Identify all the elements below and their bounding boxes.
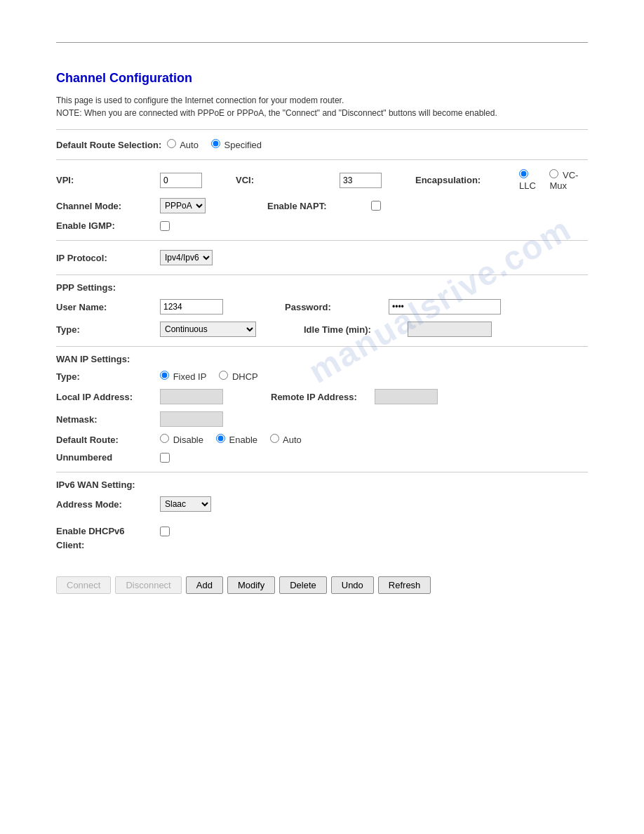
- ip-protocol-row: IP Protocol: Ipv4/Ipv6 IPv4 IPv6: [56, 246, 588, 269]
- divider-1: [56, 129, 588, 130]
- remote-ip-input[interactable]: [375, 389, 438, 404]
- vci-input[interactable]: [340, 173, 382, 188]
- netmask-label: Netmask:: [56, 414, 154, 425]
- username-input[interactable]: [160, 299, 223, 315]
- default-route-wan-row: Default Route: Disable Enable Auto: [56, 430, 588, 449]
- ppp-settings-header: PPP Settings:: [56, 282, 588, 293]
- wan-type-row: Type: Fixed IP DHCP: [56, 367, 588, 385]
- channel-mode-select[interactable]: PPPoA PPPoE IPoA Bridge: [160, 198, 206, 213]
- divider-3: [56, 240, 588, 241]
- unnumbered-label: Unnumbered: [56, 452, 154, 463]
- vci-label: VCI:: [236, 175, 334, 185]
- ppp-username-row: User Name: Password:: [56, 296, 588, 318]
- encapsulation-group: LLC VC-Mux: [519, 169, 588, 191]
- divider-4: [56, 274, 588, 275]
- unnumbered-row: Unnumbered: [56, 449, 588, 466]
- auto-radio[interactable]: [167, 139, 176, 148]
- dr-enable-label[interactable]: Enable: [216, 434, 257, 445]
- disconnect-button[interactable]: Disconnect: [115, 576, 181, 594]
- enable-igmp-row: Enable IGMP:: [56, 217, 588, 234]
- username-label: User Name:: [56, 302, 154, 312]
- top-divider: [56, 42, 588, 43]
- divider-5: [56, 346, 588, 347]
- button-row: Connect Disconnect Add Modify Delete Und…: [56, 576, 588, 594]
- dr-enable-radio[interactable]: [216, 434, 225, 443]
- unnumbered-checkbox[interactable]: [160, 453, 170, 463]
- channel-mode-label: Channel Mode:: [56, 201, 154, 211]
- fixed-ip-radio-label[interactable]: Fixed IP: [160, 371, 206, 382]
- netmask-input[interactable]: [160, 411, 223, 427]
- wan-ip-header: WAN IP Settings:: [56, 354, 588, 364]
- specified-radio[interactable]: [211, 139, 220, 148]
- dr-auto-radio[interactable]: [270, 434, 279, 443]
- address-mode-row: Address Mode: Slaac DHCPv6 Static: [56, 493, 588, 515]
- vcmux-radio-label[interactable]: VC-Mux: [549, 169, 588, 191]
- local-ip-label: Local IP Address:: [56, 392, 154, 402]
- remote-ip-label: Remote IP Address:: [271, 392, 369, 402]
- ip-protocol-select[interactable]: Ipv4/Ipv6 IPv4 IPv6: [160, 250, 213, 265]
- local-ip-row: Local IP Address: Remote IP Address:: [56, 385, 588, 408]
- delete-button[interactable]: Delete: [279, 576, 327, 594]
- ppp-type-row: Type: Continuous Connect on Demand Manua…: [56, 318, 588, 340]
- llc-radio-label[interactable]: LLC: [519, 169, 544, 191]
- wan-type-label: Type:: [56, 371, 154, 382]
- ppp-type-label: Type:: [56, 324, 154, 335]
- dhcpv6-checkbox[interactable]: [160, 527, 170, 536]
- dr-auto-label[interactable]: Auto: [270, 434, 302, 445]
- modify-button[interactable]: Modify: [227, 576, 275, 594]
- password-label: Password:: [285, 302, 383, 312]
- dhcpv6-label: Enable DHCPv6 Client:: [56, 524, 154, 552]
- refresh-button[interactable]: Refresh: [378, 576, 431, 594]
- divider-2: [56, 159, 588, 160]
- fixed-ip-radio[interactable]: [160, 371, 169, 380]
- address-mode-label: Address Mode:: [56, 499, 154, 510]
- idle-time-input[interactable]: [408, 322, 492, 337]
- enable-napt-checkbox[interactable]: [371, 201, 381, 211]
- default-route-label: Default Route Selection:: [56, 140, 161, 150]
- ppp-type-select[interactable]: Continuous Connect on Demand Manual: [160, 322, 256, 337]
- enable-igmp-label: Enable IGMP:: [56, 220, 154, 231]
- vpi-input[interactable]: [160, 173, 202, 188]
- default-route-wan-label: Default Route:: [56, 435, 154, 445]
- encapsulation-label: Encapsulation:: [415, 175, 514, 185]
- address-mode-select[interactable]: Slaac DHCPv6 Static: [160, 496, 211, 512]
- connect-button[interactable]: Connect: [56, 576, 111, 594]
- netmask-row: Netmask:: [56, 408, 588, 430]
- dhcpv6-row: Enable DHCPv6 Client:: [56, 521, 588, 555]
- divider-6: [56, 472, 588, 472]
- default-route-row: Default Route Selection: Auto Specified: [56, 135, 588, 154]
- channel-mode-row: Channel Mode: PPPoA PPPoE IPoA Bridge En…: [56, 194, 588, 217]
- page-title: Channel Configuration: [56, 71, 588, 86]
- dhcp-radio-label[interactable]: DHCP: [219, 371, 257, 382]
- enable-igmp-checkbox[interactable]: [160, 221, 170, 231]
- vpi-vci-row: VPI: VCI: Encapsulation: LLC VC-Mux: [56, 166, 588, 194]
- enable-napt-label: Enable NAPT:: [267, 201, 365, 211]
- auto-radio-label[interactable]: Auto: [167, 139, 199, 150]
- local-ip-input[interactable]: [160, 389, 223, 404]
- add-button[interactable]: Add: [186, 576, 223, 594]
- idle-time-label: Idle Time (min):: [304, 324, 402, 335]
- dr-disable-label[interactable]: Disable: [160, 434, 203, 445]
- password-input[interactable]: [389, 299, 501, 315]
- dr-disable-radio[interactable]: [160, 434, 169, 443]
- dhcp-radio[interactable]: [219, 371, 228, 380]
- description: This page is used to configure the Inter…: [56, 94, 588, 119]
- ipv6-wan-header: IPv6 WAN Setting:: [56, 479, 588, 490]
- specified-radio-label[interactable]: Specified: [211, 139, 262, 150]
- llc-radio[interactable]: [519, 169, 528, 178]
- vpi-label: VPI:: [56, 175, 154, 185]
- ip-protocol-label: IP Protocol:: [56, 253, 154, 263]
- undo-button[interactable]: Undo: [331, 576, 374, 594]
- vcmux-radio[interactable]: [549, 169, 558, 178]
